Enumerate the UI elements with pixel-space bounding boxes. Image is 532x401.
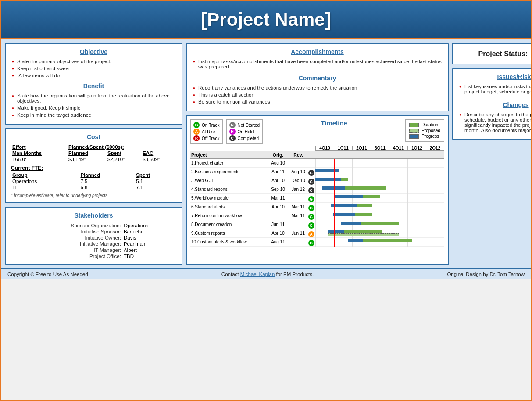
track-off-track-label: Off Track [202,136,219,141]
proj-orig-8: Apr 10 [267,231,289,236]
track-on-hold: H On Hold [229,129,260,135]
timeline-chart: 4Q10 1Q11 2Q11 3Q11 4Q11 1Q12 2Q12 Proje… [190,146,444,247]
cost-note: * Incomplete estimate, refer to underlyi… [11,193,176,198]
proj-name-6: 7.Return confirm workflow [190,213,267,218]
proj-badge-8: A [308,231,314,237]
commentary-item-1: Report any variances and the actions und… [192,85,443,90]
q-2q12: 2Q12 [426,146,444,150]
col-man-months: Man Months [11,150,67,156]
track-not-started: N Not Started [229,122,260,128]
timeline-project-row-6: 7.Return confirm workflowMar 11G [190,211,444,220]
issues-risks-title: Issues/Risks [458,73,532,80]
proj-status-6: G [307,212,315,220]
val-man-months: 166.0* [11,156,67,162]
track-at-risk-label: At Risk [202,129,216,134]
proj-bar-area-8 [315,229,444,238]
bar-9-1 [348,239,363,242]
col-planned: Planned [67,150,106,156]
track-legend-2: N Not Started H On Hold C Completed [226,119,263,144]
proj-badge-2: C [308,179,314,185]
timeline-rows: 1.Project charterAug 102.Business requir… [190,159,444,247]
track-not-started-label: Not Started [238,123,260,128]
q-1q12: 1Q12 [407,146,426,150]
proj-bar-area-0 [315,159,444,168]
changes-title: Changes [458,101,532,108]
fte-col-group: Group [11,172,79,178]
timeline-project-row-3: 4.Standard reportsSep 10Jan 12C [190,185,444,194]
stake-value-5: TBD [124,253,176,259]
red-line [334,220,335,229]
col-spent: Spent [106,150,141,156]
bar-legend: Duration Proposed Progress [405,119,444,142]
footer-left: Copyright © Free to Use As Needed [7,272,88,277]
timeline-project-row-8: 9.Custom reportsApr 10Jun 11A [190,229,444,238]
proj-bar-area-9 [315,238,444,247]
cost-table: Effort Planned/Spent ($000s): Man Months… [11,144,176,162]
proj-badge-7: G [308,222,314,229]
timeline-col-headers: Project Orig. Rev. [190,151,444,159]
proj-badge-6: G [308,214,314,220]
commentary-title: Commentary [192,75,443,82]
proj-name-1: 2.Business requirements [190,169,267,174]
proj-bar-area-1 [315,168,444,176]
project-status-panel: Project Status: Green [452,43,532,64]
timeline-project-row-2: 3.Web GUIApr 10Dec 10C [190,176,444,185]
red-line [334,168,335,176]
track-at-risk: A At Risk [193,129,220,135]
proj-name-2: 3.Web GUI [190,178,267,183]
stakeholder-row-0: Sponsor Organization: Operations [11,222,176,229]
legend-proposed-label: Proposed [421,128,440,133]
legend-progress: Progress [409,134,440,139]
planned-spent-label: Planned/Spent ($000s): [67,144,176,150]
proj-name-8: 9.Custom reports [190,231,267,236]
middle-column: Accomplishments List major tasks/accompl… [186,43,449,265]
objective-panel: Objective State the primary objectives o… [5,43,182,125]
commentary-item-3: Be sure to mention all variances [192,99,443,104]
val-spent: $2,210* [106,156,141,162]
bar-1-0 [315,169,339,172]
fte-table: Group Planned Spent Operations 7.5 5.1 I… [11,172,176,190]
proj-badge-1: C [308,170,314,176]
badge-r: R [193,135,200,141]
badge-g: G [193,122,200,128]
issues-item-1: List key issues and/or risks that may af… [458,84,532,94]
footer-link[interactable]: Michael Kaplan [240,272,275,277]
proj-bar-area-2 [315,176,444,185]
bar-5-1 [331,204,357,207]
proj-rev-3: Jan 12 [289,187,307,192]
legend-progress-label: Progress [421,134,439,139]
legend-proposed: Proposed [409,128,440,133]
benefit-title: Benefit [11,82,176,90]
timeline-project-row-7: 8.Document creationJun 11G [190,220,444,229]
proj-bar-area-7 [315,220,444,229]
stakeholders-table: Sponsor Organization: Operations Initiat… [11,222,176,259]
proj-orig-7: Jun 11 [267,222,289,227]
proj-orig-0: Aug 10 [267,161,289,165]
timeline-project-row-0: 1.Project charterAug 10 [190,159,444,168]
timeline-project-row-9: 10.Custom alerts & workflowAug 11G [190,238,444,247]
bar-7-1 [341,222,361,225]
proj-name-7: 8.Document creation [190,222,267,227]
fte-planned-1: 7.5 [79,178,135,184]
proj-name-4: 5.Workflow module [190,196,267,200]
proj-name-5: 6.Standard alerts [190,204,267,209]
red-line [334,159,335,168]
proj-rev-2: Dec 10 [289,178,307,183]
stake-value-1: Baduchi [124,229,176,235]
proj-status-2: C [307,177,315,185]
footer: Copyright © Free to Use As Needed Contac… [1,268,531,279]
stake-label-5: Project Office: [11,253,124,259]
proj-status-4: G [307,194,315,202]
proj-rev-5: Mar 11 [289,204,307,209]
project-status-value: Green [530,49,532,58]
fte-group-2: IT [11,184,79,190]
stakeholder-row-2: Initiative Owner: Davis [11,235,176,241]
timeline-project-row-5: 6.Standard alertsApr 10Mar 11G [190,203,444,211]
accomplishments-panel: Accomplishments List major tasks/accompl… [186,43,449,111]
left-column: Objective State the primary objectives o… [5,43,182,265]
proj-badge-4: G [308,196,314,202]
track-on-track-label: On Track [202,123,220,128]
issues-risks-panel: Issues/Risks List key issues and/or risk… [452,68,532,140]
proj-badge-3: C [308,187,314,193]
main-content: Objective State the primary objectives o… [1,39,531,268]
